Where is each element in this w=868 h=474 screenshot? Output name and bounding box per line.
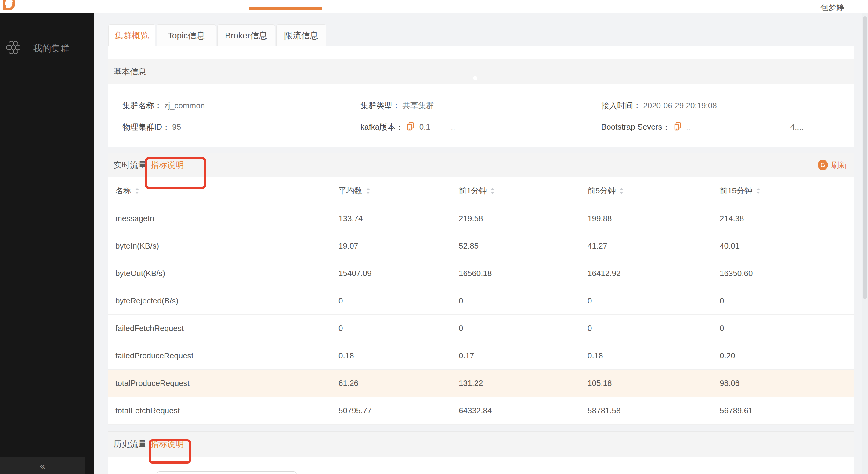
redacted-version-fragment: .. xyxy=(451,122,455,132)
app-logo-icon: D xyxy=(2,0,26,13)
realtime-traffic-title: 实时流量 xyxy=(114,160,147,170)
honeycomb-cluster-icon xyxy=(5,40,22,58)
annotation-handle-dot xyxy=(473,76,477,80)
refresh-label: 刷新 xyxy=(831,160,847,170)
sidebar-item-my-clusters[interactable]: 我的集群 xyxy=(0,13,94,58)
collapse-chevrons-icon: « xyxy=(40,460,45,472)
refresh-icon xyxy=(818,160,828,170)
table-row-failedFetchRequest: failedFetchRequest 0 0 0 0 xyxy=(108,315,854,342)
annotation-handle-dot xyxy=(490,54,494,58)
user-menu[interactable]: 包梦婷 xyxy=(820,2,844,13)
redacted-servers-fragment: .. xyxy=(686,122,690,132)
tab-cluster-overview[interactable]: 集群概览 xyxy=(108,24,155,46)
active-nav-indicator xyxy=(249,7,322,10)
tab-bar: 集群概览 Topic信息 Broker信息 限流信息 xyxy=(108,24,326,46)
field-cluster-type: 集群类型： 共享集群 xyxy=(361,100,434,111)
table-row-totalFetchRequest: totalFetchRequest 50795.77 64332.84 5878… xyxy=(108,397,854,425)
col-header-last-15-min[interactable]: 前15分钟 xyxy=(720,185,854,196)
basic-info-header: 基本信息 xyxy=(108,59,854,84)
table-row-byteRejected: byteRejected(B/s) 0 0 0 0 xyxy=(108,287,854,315)
basic-info-title: 基本信息 xyxy=(114,66,147,77)
refresh-button[interactable]: 刷新 xyxy=(818,160,847,170)
metric-description-link[interactable]: 指标说明 xyxy=(151,160,184,170)
sidebar: 我的集群 « xyxy=(0,13,94,474)
tab-topic-info[interactable]: Topic信息 xyxy=(157,24,216,46)
realtime-traffic-header: 实时流量 指标说明 刷新 xyxy=(108,153,854,177)
tab-broker-info[interactable]: Broker信息 xyxy=(217,24,275,46)
copy-icon[interactable] xyxy=(406,122,414,133)
history-range-control[interactable] xyxy=(157,471,297,474)
history-traffic-header: 历史流量 指标说明 xyxy=(108,431,854,457)
scrollbar-thumb[interactable] xyxy=(863,16,867,299)
field-bootstrap-servers: Bootstrap Severs： .. 4.... xyxy=(601,122,804,133)
col-header-average[interactable]: 平均数 xyxy=(338,185,459,196)
overview-card: 基本信息 集群名称： zj_common 集群类型： 共享集群 接入时间： 20… xyxy=(108,46,854,474)
svg-text:D: D xyxy=(2,0,16,13)
field-kafka-version: kafka版本： 0.1 .. xyxy=(361,122,455,133)
main-content: 集群概览 Topic信息 Broker信息 限流信息 基本信息 集群名称： zj… xyxy=(94,13,868,474)
field-cluster-name: 集群名称： zj_common xyxy=(122,100,205,111)
metrics-table-header: 名称 平均数 前1分钟 前5分钟 前15分钟 xyxy=(108,177,854,205)
scrollbar-track xyxy=(862,13,868,474)
field-physical-cluster-id: 物理集群ID： 95 xyxy=(122,122,181,132)
table-row-byteOut: byteOut(KB/s) 15407.09 16560.18 16412.92… xyxy=(108,260,854,287)
sort-icon xyxy=(491,188,495,194)
sidebar-item-label: 我的集群 xyxy=(33,42,70,55)
table-row-totalProduceRequest: totalProduceRequest 61.26 131.22 105.18 … xyxy=(108,370,854,397)
copy-icon[interactable] xyxy=(674,122,682,133)
col-header-last-5-min[interactable]: 前5分钟 xyxy=(588,185,720,196)
table-row-messageIn: messageIn 133.74 219.58 199.88 214.38 xyxy=(108,205,854,232)
sidebar-collapse-button[interactable]: « xyxy=(0,457,85,474)
tab-throttle-info[interactable]: 限流信息 xyxy=(276,24,326,46)
sort-icon xyxy=(619,188,623,194)
col-header-name[interactable]: 名称 xyxy=(115,185,338,196)
metric-description-link[interactable]: 指标说明 xyxy=(151,439,184,450)
top-bar: D 包梦婷 xyxy=(0,0,868,13)
basic-info-body: 集群名称： zj_common 集群类型： 共享集群 接入时间： 2020-06… xyxy=(108,84,854,147)
table-row-failedProduceRequest: failedProduceRequest 0.18 0.17 0.18 0.20 xyxy=(108,342,854,370)
sort-icon xyxy=(366,188,370,194)
col-header-last-1-min[interactable]: 前1分钟 xyxy=(459,185,588,196)
history-traffic-title: 历史流量 xyxy=(114,439,147,450)
field-access-time: 接入时间： 2020-06-29 20:19:08 xyxy=(601,100,717,111)
sort-icon xyxy=(135,188,139,194)
table-row-byteIn: byteIn(KB/s) 19.07 52.85 41.27 40.01 xyxy=(108,232,854,260)
sort-icon xyxy=(756,188,760,194)
history-traffic-body xyxy=(108,457,854,474)
